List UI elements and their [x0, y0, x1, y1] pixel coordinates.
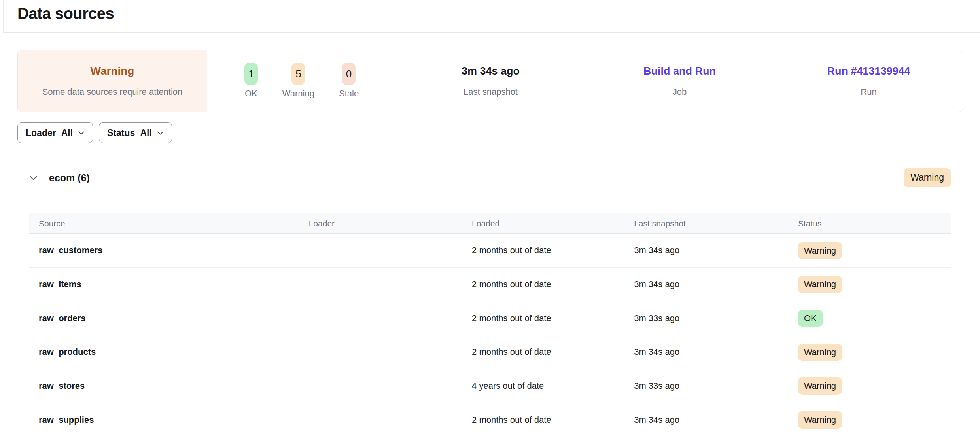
cell-loaded: 2 months out of date: [462, 279, 624, 290]
job-label: Job: [673, 87, 687, 97]
cell-loaded: 2 months out of date: [462, 415, 624, 425]
cell-loaded: 2 months out of date: [462, 313, 624, 324]
overall-status-value: Warning: [91, 65, 134, 77]
status-filter-dropdown[interactable]: Status All: [99, 122, 172, 143]
column-header-loader: Loader: [299, 219, 462, 228]
ok-count-pill: 1: [244, 63, 258, 85]
count-stale: 0 Stale: [339, 63, 359, 99]
status-badge: Warning: [798, 411, 842, 429]
filters-divider: [17, 154, 963, 154]
section-header-ecom[interactable]: ecom (6) Warning: [29, 168, 951, 188]
chevron-down-icon[interactable]: [29, 175, 38, 181]
count-warning: 5 Warning: [282, 63, 314, 99]
chevron-down-icon: [78, 131, 85, 135]
status-counts: 1 OK 5 Warning 0 Stale: [244, 63, 359, 99]
status-filter-label: Status: [107, 128, 135, 138]
panel-left-border: [3, 0, 4, 32]
table-row: raw_orders 2 months out of date 3m 33s a…: [29, 301, 951, 335]
job-card: Build and Run Job: [585, 50, 774, 112]
section-status-badge: Warning: [904, 168, 951, 187]
counts-card: 1 OK 5 Warning 0 Stale: [207, 50, 396, 112]
cell-status: Warning: [789, 276, 951, 293]
cell-last-snapshot: 3m 33s ago: [624, 381, 789, 391]
table-row: raw_items 2 months out of date 3m 34s ag…: [29, 268, 951, 302]
status-badge: Warning: [798, 276, 842, 293]
cell-source: raw_customers: [29, 245, 299, 256]
cell-source: raw_items: [29, 279, 299, 290]
summary-cards: Warning Some data sources require attent…: [17, 50, 963, 112]
status-badge: Warning: [798, 377, 842, 395]
table-header-row: Source Loader Loaded Last snapshot Statu…: [29, 213, 951, 234]
warning-count-label: Warning: [282, 88, 314, 99]
cell-loaded: 2 months out of date: [462, 245, 624, 256]
run-label: Run: [861, 87, 876, 97]
run-link[interactable]: Run #413139944: [827, 65, 910, 77]
loader-filter-label: Loader: [26, 128, 56, 138]
filter-bar: Loader All Status All: [17, 122, 172, 143]
column-header-loaded: Loaded: [462, 219, 624, 228]
column-header-status: Status: [789, 219, 951, 228]
column-header-last-snapshot: Last snapshot: [624, 219, 789, 228]
cell-last-snapshot: 3m 33s ago: [624, 313, 789, 324]
cell-loaded: 4 years out of date: [462, 381, 624, 391]
cell-source: raw_orders: [29, 313, 299, 324]
count-ok: 1 OK: [244, 63, 258, 99]
cell-last-snapshot: 3m 34s ago: [624, 279, 789, 290]
job-link[interactable]: Build and Run: [643, 65, 716, 77]
ok-count-label: OK: [245, 88, 257, 99]
run-card: Run #413139944 Run: [774, 50, 963, 112]
table-row: raw_stores 4 years out of date 3m 33s ag…: [29, 369, 951, 403]
cell-status: Warning: [789, 411, 951, 429]
cell-last-snapshot: 3m 34s ago: [624, 415, 789, 425]
last-snapshot-value: 3m 34s ago: [462, 65, 520, 77]
page-title: Data sources: [17, 5, 114, 23]
table-row: raw_customers 2 months out of date 3m 34…: [29, 234, 951, 268]
cell-last-snapshot: 3m 34s ago: [624, 347, 789, 357]
stale-count-label: Stale: [339, 88, 359, 99]
overall-status-card: Warning Some data sources require attent…: [18, 50, 207, 112]
last-snapshot-card: 3m 34s ago Last snapshot: [396, 50, 585, 112]
data-sources-table: Source Loader Loaded Last snapshot Statu…: [29, 213, 951, 437]
data-sources-page: Data sources Warning Some data sources r…: [0, 0, 980, 448]
status-badge: Warning: [798, 344, 842, 361]
last-snapshot-label: Last snapshot: [464, 87, 518, 97]
cell-source: raw_products: [29, 347, 299, 357]
cell-source: raw_supplies: [29, 415, 299, 425]
stale-count-pill: 0: [342, 63, 356, 85]
cell-source: raw_stores: [29, 381, 299, 391]
cell-loaded: 2 months out of date: [462, 347, 624, 357]
overall-status-description: Some data sources require attention: [42, 87, 183, 97]
section-title: ecom (6): [49, 172, 90, 184]
chevron-down-icon: [157, 131, 164, 135]
status-badge: Warning: [798, 242, 842, 260]
table-row: raw_supplies 2 months out of date 3m 34s…: [29, 403, 951, 437]
status-filter-value: All: [140, 128, 151, 138]
loader-filter-value: All: [61, 128, 73, 138]
table-row: raw_products 2 months out of date 3m 34s…: [29, 335, 951, 369]
status-badge: OK: [798, 310, 823, 327]
cell-last-snapshot: 3m 34s ago: [624, 245, 789, 256]
cell-status: Warning: [789, 242, 951, 260]
cell-status: Warning: [789, 344, 951, 361]
cell-status: Warning: [789, 377, 951, 395]
header-divider: [3, 32, 980, 33]
warning-count-pill: 5: [291, 63, 305, 85]
loader-filter-dropdown[interactable]: Loader All: [17, 122, 93, 143]
cell-status: OK: [789, 310, 951, 327]
column-header-source: Source: [29, 219, 299, 228]
